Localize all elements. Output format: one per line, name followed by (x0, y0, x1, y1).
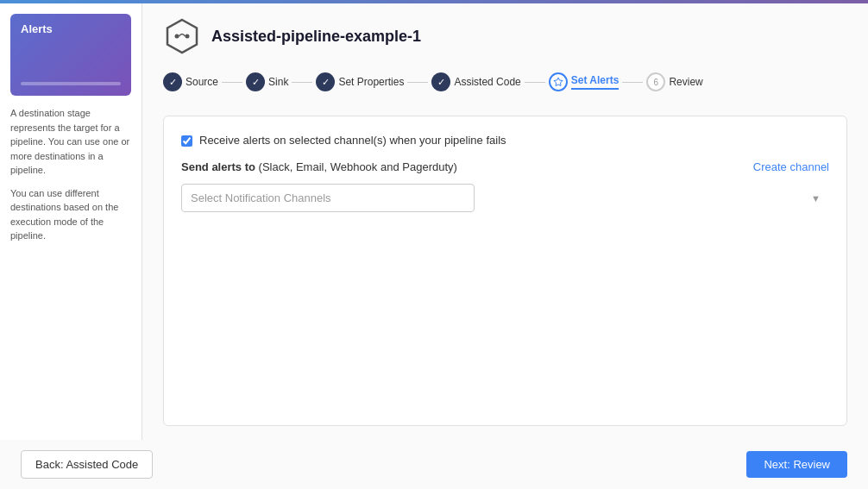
sep-1 (222, 82, 242, 83)
content-area: Assisted-pipeline-example-1 ✓ Source ✓ S… (142, 3, 868, 440)
main-layout: Alerts A destination stage represents th… (0, 3, 868, 440)
sidebar-card-bar (21, 82, 121, 85)
step-assisted-code[interactable]: ✓ Assisted Code (431, 72, 520, 91)
step-source[interactable]: ✓ Source (163, 72, 218, 91)
sep-2 (292, 82, 312, 83)
sep-4 (525, 82, 545, 83)
sidebar-card-title: Alerts (21, 22, 53, 35)
sidebar-description-2: You can use different destinations based… (10, 186, 131, 243)
step-sink-icon: ✓ (246, 72, 265, 91)
step-set-alerts[interactable]: Set Alerts (549, 72, 620, 91)
sidebar-card: Alerts (10, 14, 131, 96)
back-button[interactable]: Back: Assisted Code (21, 450, 153, 479)
pipeline-icon (163, 17, 201, 55)
sep-5 (622, 82, 643, 83)
dropdown-arrow-icon: ▼ (811, 193, 821, 204)
alerts-checkbox[interactable] (181, 135, 192, 147)
send-alerts-label: Send alerts to (Slack, Email, Webhook an… (181, 160, 753, 173)
stepper: ✓ Source ✓ Sink ✓ Set Properties ✓ Assis… (163, 72, 847, 91)
step-alerts-icon (549, 72, 568, 91)
svg-point-1 (175, 34, 179, 39)
sidebar-description-1: A destination stage represents the targe… (10, 106, 131, 178)
pipeline-title: Assisted-pipeline-example-1 (211, 28, 421, 46)
step-alerts-label: Set Alerts (571, 74, 620, 90)
step-source-label: Source (186, 76, 218, 88)
send-alerts-row: Send alerts to (Slack, Email, Webhook an… (181, 160, 829, 173)
step-review-icon: 6 (646, 72, 665, 91)
sidebar: Alerts A destination stage represents th… (0, 3, 142, 440)
svg-point-2 (186, 34, 190, 39)
step-assisted-label: Assisted Code (454, 76, 520, 88)
receive-alerts-text: Receive alerts on selected channel(s) wh… (199, 134, 506, 147)
send-alerts-sub: (Slack, Email, Webhook and Pagerduty) (259, 160, 457, 173)
checkbox-row: Receive alerts on selected channel(s) wh… (181, 134, 829, 147)
step-assisted-icon: ✓ (431, 72, 450, 91)
sep-3 (407, 82, 428, 83)
step-review-label: Review (669, 76, 702, 88)
step-source-icon: ✓ (163, 72, 182, 91)
step-properties-label: Set Properties (338, 76, 404, 88)
notification-channels-dropdown[interactable]: Select Notification Channels (181, 184, 475, 212)
step-review[interactable]: 6 Review (646, 72, 702, 91)
step-sink[interactable]: ✓ Sink (246, 72, 288, 91)
footer-buttons: Back: Assisted Code Next: Review (0, 440, 868, 489)
sidebar-description: A destination stage represents the targe… (10, 106, 131, 252)
send-alerts-strong: Send alerts to (181, 160, 255, 173)
content-header: Assisted-pipeline-example-1 (163, 17, 847, 55)
step-sink-label: Sink (268, 76, 288, 88)
form-area: Receive alerts on selected channel(s) wh… (163, 116, 847, 426)
svg-marker-0 (167, 20, 197, 53)
next-button[interactable]: Next: Review (746, 451, 847, 478)
dropdown-container: Select Notification Channels ▼ (181, 184, 829, 212)
step-properties-icon: ✓ (316, 72, 335, 91)
step-set-properties[interactable]: ✓ Set Properties (316, 72, 404, 91)
create-channel-link[interactable]: Create channel (753, 160, 829, 173)
